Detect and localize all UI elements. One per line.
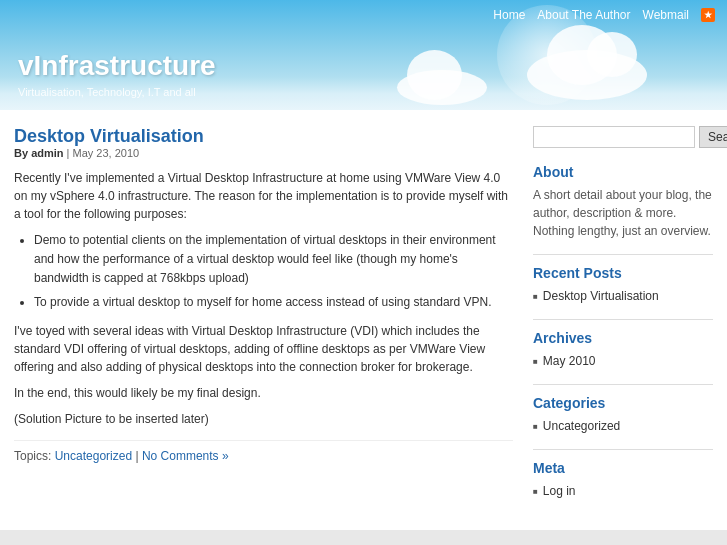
nav-webmail-link[interactable]: Webmail: [643, 8, 689, 22]
cloud-decoration-2: [397, 70, 487, 105]
post-bullet-1: Demo to potential clients on the impleme…: [34, 231, 513, 289]
site-tagline: Virtualisation, Technology, I.T and all: [18, 86, 196, 98]
search-widget: Search: [533, 126, 713, 148]
about-text: A short detail about your blog, the auth…: [533, 186, 713, 240]
post-footer: Topics: Uncategorized | No Comments »: [14, 440, 513, 463]
search-input[interactable]: [533, 126, 695, 148]
content-area: Desktop Virtualisation By admin | May 23…: [0, 110, 727, 530]
categories-section: Categories Uncategorized: [533, 395, 713, 435]
divider-2: [533, 319, 713, 320]
about-title: About: [533, 164, 713, 180]
archives-list: May 2010: [533, 352, 713, 370]
divider-4: [533, 449, 713, 450]
divider-3: [533, 384, 713, 385]
site-header: Home About The Author Webmail ★ vInfrast…: [0, 0, 727, 110]
meta-login-link[interactable]: Log in: [543, 484, 576, 498]
post-meta: By admin | May 23, 2010: [14, 147, 513, 159]
categories-title: Categories: [533, 395, 713, 411]
categories-list: Uncategorized: [533, 417, 713, 435]
post-author: admin: [31, 147, 63, 159]
rss-icon: ★: [701, 8, 715, 22]
site-title: vInfrastructure: [18, 50, 216, 82]
post-date: May 23, 2010: [73, 147, 140, 159]
post-intro: Recently I've implemented a Virtual Desk…: [14, 169, 513, 223]
sidebar: Search About A short detail about your b…: [533, 126, 713, 514]
list-item: Desktop Virtualisation: [533, 287, 713, 305]
page-wrapper: Home About The Author Webmail ★ vInfrast…: [0, 0, 727, 530]
post-body-1: I've toyed with several ideas with Virtu…: [14, 322, 513, 376]
post-body-3: (Solution Picture to be inserted later): [14, 410, 513, 428]
top-navigation: Home About The Author Webmail ★: [481, 0, 727, 30]
post-content: Recently I've implemented a Virtual Desk…: [14, 169, 513, 428]
meta-list: Log in: [533, 482, 713, 500]
divider-1: [533, 254, 713, 255]
no-comments-link[interactable]: No Comments »: [142, 449, 229, 463]
nav-about-link[interactable]: About The Author: [537, 8, 630, 22]
topic-uncategorized-link[interactable]: Uncategorized: [55, 449, 132, 463]
post-author-label: By: [14, 147, 28, 159]
post-bullet-2: To provide a virtual desktop to myself f…: [34, 293, 513, 312]
list-item: Log in: [533, 482, 713, 500]
recent-posts-section: Recent Posts Desktop Virtualisation: [533, 265, 713, 305]
nav-home-link[interactable]: Home: [493, 8, 525, 22]
list-item: May 2010: [533, 352, 713, 370]
recent-posts-list: Desktop Virtualisation: [533, 287, 713, 305]
post-title-link[interactable]: Desktop Virtualisation: [14, 126, 204, 146]
archives-title: Archives: [533, 330, 713, 346]
archives-section: Archives May 2010: [533, 330, 713, 370]
list-item: Uncategorized: [533, 417, 713, 435]
post-bullets: Demo to potential clients on the impleme…: [34, 231, 513, 312]
main-content: Desktop Virtualisation By admin | May 23…: [14, 126, 513, 514]
search-button[interactable]: Search: [699, 126, 727, 148]
archive-link-1[interactable]: May 2010: [543, 354, 596, 368]
about-section: About A short detail about your blog, th…: [533, 164, 713, 240]
topics-label: Topics:: [14, 449, 51, 463]
meta-section: Meta Log in: [533, 460, 713, 500]
cloud-decoration-1: [527, 50, 647, 100]
meta-title: Meta: [533, 460, 713, 476]
post-body-2: In the end, this would likely be my fina…: [14, 384, 513, 402]
recent-post-link-1[interactable]: Desktop Virtualisation: [543, 289, 659, 303]
recent-posts-title: Recent Posts: [533, 265, 713, 281]
category-link-1[interactable]: Uncategorized: [543, 419, 620, 433]
